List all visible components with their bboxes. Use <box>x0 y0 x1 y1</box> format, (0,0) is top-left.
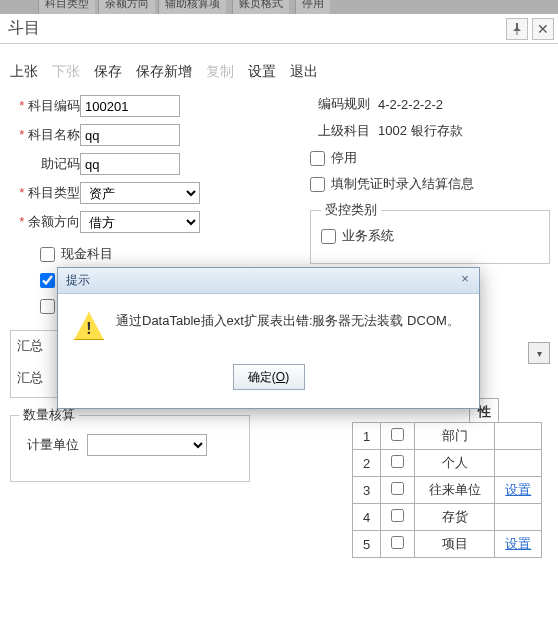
unit-label: 计量单位 <box>19 436 79 454</box>
code-label: 科目编码 <box>10 97 80 115</box>
aux-check-4 <box>391 509 404 522</box>
aux-name-2: 个人 <box>415 450 495 477</box>
parent-value: 1002 银行存款 <box>378 122 463 140</box>
aux-name-1: 部门 <box>415 423 495 450</box>
cash-label: 现金科目 <box>61 245 113 263</box>
name-input[interactable] <box>80 124 180 146</box>
aux-table: 1部门 2个人 3往来单位设置 4存货 5项目设置 <box>352 422 542 558</box>
aux-check-2 <box>391 455 404 468</box>
aux-name-3: 往来单位 <box>415 477 495 504</box>
dir-select[interactable]: 借方 <box>80 211 200 233</box>
pin-icon[interactable] <box>506 18 528 40</box>
ok-button[interactable]: 确定(O) <box>233 364 305 390</box>
mnemonic-label: 助记码 <box>10 155 80 173</box>
aux-check-5 <box>391 536 404 549</box>
type-label: 科目类型 <box>10 184 80 202</box>
fillinfo-label: 填制凭证时录入结算信息 <box>331 175 474 193</box>
warning-icon: ! <box>74 312 104 340</box>
bizsys-label: 业务系统 <box>342 227 394 245</box>
parent-label: 上级科目 <box>310 122 370 140</box>
copy-button: 复制 <box>206 63 234 81</box>
dialog-titlebar: 提示 × <box>58 268 479 294</box>
settings-button[interactable]: 设置 <box>248 63 276 81</box>
save-button[interactable]: 保存 <box>94 63 122 81</box>
disabled-checkbox[interactable]: 停用 <box>310 149 550 167</box>
dialog-message: 通过DataTable插入ext扩展表出错:服务器无法装载 DCOM。 <box>116 312 460 330</box>
fillinfo-checkbox[interactable]: 填制凭证时录入结算信息 <box>310 175 550 193</box>
controlled-fieldset: 受控类别 业务系统 <box>310 201 550 264</box>
prev-button[interactable]: 上张 <box>10 63 38 81</box>
bg-tab: 余额方向 <box>98 0 155 14</box>
save-new-button[interactable]: 保存新增 <box>136 63 192 81</box>
rule-value: 4-2-2-2-2-2 <box>378 97 443 112</box>
table-row: 2个人 <box>353 450 542 477</box>
toolbar: 上张 下张 保存 保存新增 复制 设置 退出 <box>10 60 548 84</box>
disabled-label: 停用 <box>331 149 357 167</box>
cfg-link-3[interactable]: 设置 <box>505 482 531 497</box>
rule-label: 编码规则 <box>310 95 370 113</box>
chevron-down-icon[interactable]: ▾ <box>528 342 550 364</box>
dir-label: 余额方向 <box>10 213 80 231</box>
close-icon[interactable]: × <box>457 272 473 288</box>
controlled-legend: 受控类别 <box>321 201 381 219</box>
type-select[interactable]: 资产 <box>80 182 200 204</box>
quantity-fieldset: 数量核算 计量单位 <box>10 406 250 482</box>
close-icon[interactable]: ✕ <box>532 18 554 40</box>
background-tabstrip: 科目类型 余额方向 辅助核算项 账页格式 停用 <box>0 0 558 14</box>
table-row: 5项目设置 <box>353 531 542 558</box>
bg-tab: 科目类型 <box>38 0 95 14</box>
aux-check-1 <box>391 428 404 441</box>
bg-tab: 停用 <box>295 0 330 14</box>
exit-button[interactable]: 退出 <box>290 63 318 81</box>
cash-checkbox[interactable]: 现金科目 <box>40 245 270 263</box>
bg-tab: 账页格式 <box>232 0 289 14</box>
aux-name-4: 存货 <box>415 504 495 531</box>
table-row: 4存货 <box>353 504 542 531</box>
unit-select[interactable] <box>87 434 207 456</box>
alert-dialog: 提示 × ! 通过DataTable插入ext扩展表出错:服务器无法装载 DCO… <box>57 267 480 409</box>
table-row: 1部门 <box>353 423 542 450</box>
bizsys-checkbox[interactable]: 业务系统 <box>321 227 539 245</box>
mnemonic-input[interactable] <box>80 153 180 175</box>
aux-name-5: 项目 <box>415 531 495 558</box>
name-label: 科目名称 <box>10 126 80 144</box>
code-input[interactable] <box>80 95 180 117</box>
dialog-title: 提示 <box>66 272 90 289</box>
cfg-link-5[interactable]: 设置 <box>505 536 531 551</box>
next-button: 下张 <box>52 63 80 81</box>
window-title: 斗目 <box>0 14 558 43</box>
bg-tab: 辅助核算项 <box>158 0 226 14</box>
table-row: 3往来单位设置 <box>353 477 542 504</box>
aux-check-3 <box>391 482 404 495</box>
window-titlebar: 斗目 ✕ <box>0 14 558 44</box>
